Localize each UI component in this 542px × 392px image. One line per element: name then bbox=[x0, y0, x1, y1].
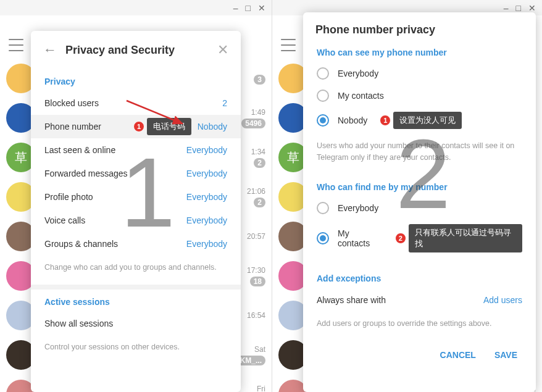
radio-contacts-find[interactable]: My contacts 2 只有联系人可以通过号码寻找 bbox=[303, 219, 536, 257]
radio-label: Everybody bbox=[338, 203, 378, 213]
cancel-button[interactable]: CANCEL bbox=[440, 350, 476, 360]
radio-icon bbox=[317, 67, 329, 80]
sessions-hint-text: Control your sessions on other devices. bbox=[31, 335, 241, 364]
unread-badge: 5496 bbox=[241, 119, 265, 128]
phone-number-row[interactable]: Phone number 1 电话号码 Nobody bbox=[31, 115, 241, 138]
left-window: – □ ✕ 31:495496草1:34221:06220:5717:30181… bbox=[0, 0, 272, 392]
sessions-section-heading: Active sessions bbox=[31, 290, 241, 312]
minimize-button[interactable]: – bbox=[233, 3, 238, 13]
row-label: Phone number bbox=[44, 122, 101, 131]
groups-channels-row[interactable]: Groups & channels Everybody bbox=[31, 232, 241, 256]
row-value: Everybody bbox=[186, 169, 227, 178]
forwarded-messages-row[interactable]: Forwarded messages Everybody bbox=[31, 162, 241, 185]
close-icon[interactable]: ✕ bbox=[217, 42, 228, 58]
annotation-marker-2: 2 bbox=[395, 233, 406, 244]
modal-header: Phone number privacy bbox=[303, 12, 536, 40]
radio-contacts-see[interactable]: My contacts bbox=[303, 85, 536, 107]
radio-nobody-see[interactable]: Nobody 1 设置为没人可见 bbox=[303, 107, 536, 134]
exceptions-hint: Add users or groups to override the sett… bbox=[303, 312, 536, 341]
blocked-users-row[interactable]: Blocked users 2 bbox=[31, 91, 241, 115]
row-label: Blocked users bbox=[44, 98, 99, 108]
add-users-link[interactable]: Add users bbox=[483, 295, 522, 305]
row-label: Last seen & online bbox=[44, 145, 115, 155]
row-value: Everybody bbox=[186, 215, 227, 225]
annotation-marker-1: 1 bbox=[380, 115, 391, 126]
annotation-tooltip-phone: 电话号码 bbox=[147, 118, 191, 135]
always-share-row[interactable]: Always share with Add users bbox=[303, 288, 536, 312]
privacy-security-modal: ← Privacy and Security ✕ Privacy Blocked… bbox=[31, 31, 241, 392]
last-seen-row[interactable]: Last seen & online Everybody bbox=[31, 138, 241, 162]
radio-label: My contacts bbox=[338, 91, 384, 101]
maximize-button[interactable]: □ bbox=[516, 3, 521, 13]
modal-title: Privacy and Security bbox=[65, 44, 209, 57]
row-label: Show all sessions bbox=[44, 319, 113, 328]
add-exceptions-heading: Add exceptions bbox=[303, 266, 536, 288]
row-value: 2 bbox=[222, 98, 227, 108]
radio-everybody-see[interactable]: Everybody bbox=[303, 62, 536, 85]
row-value: Nobody bbox=[198, 122, 227, 131]
annotation-marker-1: 1 bbox=[133, 121, 144, 132]
show-all-sessions-row[interactable]: Show all sessions bbox=[31, 312, 241, 335]
unread-badge: 2 bbox=[254, 158, 265, 168]
titlebar: – □ ✕ bbox=[0, 0, 272, 15]
phone-number-privacy-modal: Phone number privacy Who can see my phon… bbox=[303, 12, 536, 392]
save-button[interactable]: SAVE bbox=[494, 350, 517, 360]
row-value: Everybody bbox=[186, 239, 227, 249]
row-label: Always share with bbox=[317, 295, 386, 305]
row-value: Everybody bbox=[186, 145, 227, 155]
unread-badge: 18 bbox=[250, 277, 265, 286]
row-label: Profile photo bbox=[44, 192, 93, 202]
back-arrow-icon[interactable]: ← bbox=[43, 42, 57, 58]
modal-actions: CANCEL SAVE bbox=[303, 340, 536, 370]
row-label: Groups & channels bbox=[44, 239, 118, 249]
radio-label: My contacts bbox=[338, 228, 383, 248]
annotation-tooltip-contacts: 只有联系人可以通过号码寻找 bbox=[409, 224, 522, 252]
voice-calls-row[interactable]: Voice calls Everybody bbox=[31, 209, 241, 232]
minimize-button[interactable]: – bbox=[504, 3, 509, 13]
who-can-see-hint: Users who add your number to their conta… bbox=[303, 134, 536, 175]
who-can-see-heading: Who can see my phone number bbox=[303, 40, 536, 62]
radio-everybody-find[interactable]: Everybody bbox=[303, 197, 536, 219]
radio-icon bbox=[317, 202, 329, 214]
menu-icon[interactable] bbox=[9, 39, 23, 51]
radio-icon bbox=[317, 114, 329, 127]
row-label: Forwarded messages bbox=[44, 169, 128, 178]
who-can-find-heading: Who can find me by my number bbox=[303, 175, 536, 197]
radio-label: Nobody bbox=[338, 115, 367, 125]
row-label: Voice calls bbox=[44, 215, 85, 225]
modal-title: Phone number privacy bbox=[315, 23, 523, 36]
modal-header: ← Privacy and Security ✕ bbox=[31, 31, 241, 69]
unread-badge: 3 bbox=[254, 75, 265, 85]
groups-hint-text: Change who can add you to groups and cha… bbox=[31, 256, 241, 285]
annotation-tooltip-nobody: 设置为没人可见 bbox=[393, 112, 462, 129]
unread-badge: 2 bbox=[254, 198, 265, 207]
close-button[interactable]: ✕ bbox=[258, 3, 265, 13]
right-window: – □ ✕ 31:495496草1:34221:06220:5717:30181… bbox=[272, 0, 542, 392]
radio-label: Everybody bbox=[338, 69, 378, 78]
profile-photo-row[interactable]: Profile photo Everybody bbox=[31, 185, 241, 209]
close-button[interactable]: ✕ bbox=[528, 3, 536, 13]
privacy-section-heading: Privacy bbox=[31, 69, 241, 91]
radio-icon bbox=[317, 90, 329, 102]
radio-icon bbox=[317, 232, 329, 244]
row-value: Everybody bbox=[186, 192, 227, 202]
menu-icon[interactable] bbox=[281, 39, 296, 51]
section-divider bbox=[31, 285, 241, 290]
maximize-button[interactable]: □ bbox=[246, 3, 251, 13]
